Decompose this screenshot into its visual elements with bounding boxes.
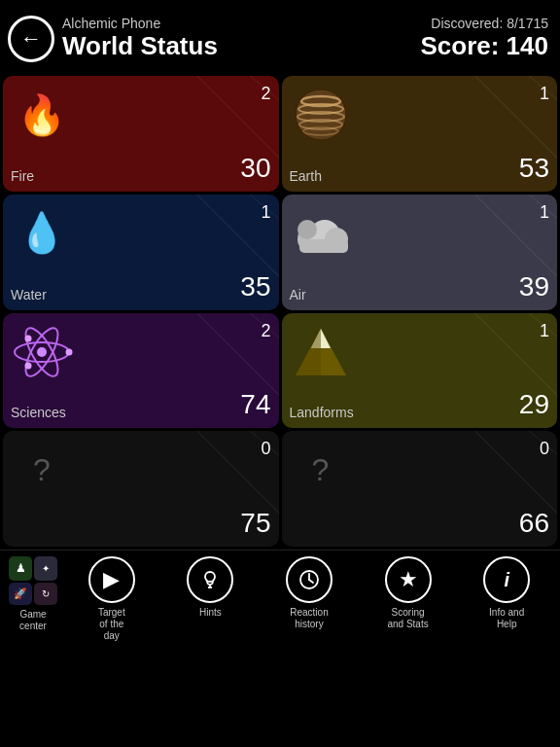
water-bottom-num: 35 <box>240 271 270 302</box>
cell-unknown-2[interactable]: ? 0 66 <box>282 431 558 547</box>
air-icon <box>290 202 352 265</box>
water-label: Water <box>11 287 47 302</box>
unknown-1-top-num: 0 <box>261 439 270 459</box>
cell-landforms[interactable]: 1 Landforms 29 <box>282 313 558 429</box>
svg-point-16 <box>66 348 73 355</box>
header-right: Discovered: 8/1715 Score: 140 <box>420 16 548 61</box>
info-label: Info andHelp <box>489 607 524 630</box>
svg-point-18 <box>25 362 32 369</box>
toolbar-reaction-history[interactable]: Reactionhistory <box>260 556 359 630</box>
toolbar-game-center[interactable]: ♟ ✦ 🚀 ↻ Gamecenter <box>4 556 62 632</box>
cell-air[interactable]: 1 Air 39 <box>282 195 558 310</box>
svg-rect-10 <box>299 239 348 253</box>
cell-fire[interactable]: 🔥 2 Fire 30 <box>3 76 279 192</box>
toolbar-target[interactable]: ▶ Targetof theday <box>62 556 161 642</box>
toolbar-info[interactable]: i Info andHelp <box>457 556 556 630</box>
back-button[interactable]: ← <box>8 16 54 62</box>
unknown-1-icon: ? <box>11 439 73 501</box>
scoring-label: Scoringand Stats <box>387 607 428 630</box>
air-label: Air <box>290 287 306 302</box>
unknown-2-bottom-num: 66 <box>519 508 549 539</box>
unknown-2-icon: ? <box>290 439 352 501</box>
landforms-bottom-num: 29 <box>519 389 549 420</box>
sciences-icon <box>11 321 73 383</box>
air-bottom-num: 39 <box>519 271 549 302</box>
title-group: Alchemic Phone World Status <box>62 16 218 61</box>
games-grid-icon: ♟ ✦ 🚀 ↻ <box>9 556 57 605</box>
svg-point-17 <box>25 335 32 341</box>
score: Score: 140 <box>420 31 548 61</box>
reaction-history-icon <box>286 556 332 603</box>
cell-unknown-1[interactable]: ? 0 75 <box>3 431 279 547</box>
sciences-label: Sciences <box>11 405 66 420</box>
toolbar: ♟ ✦ 🚀 ↻ Gamecenter ▶ Targetof theday Hin… <box>0 550 560 637</box>
hints-icon <box>187 556 233 603</box>
svg-line-27 <box>309 580 313 583</box>
toolbar-hints[interactable]: Hints <box>161 556 261 619</box>
scoring-icon: ★ <box>385 556 432 603</box>
water-top-num: 1 <box>261 202 270 223</box>
water-icon: 💧 <box>11 202 73 265</box>
earth-bottom-num: 53 <box>519 153 549 184</box>
discovered-count: Discovered: 8/1715 <box>420 16 548 31</box>
app-name: Alchemic Phone <box>62 16 218 31</box>
landforms-label: Landforms <box>290 405 354 420</box>
cell-sciences[interactable]: 2 Sciences 74 <box>3 313 279 429</box>
unknown-2-top-num: 0 <box>540 439 549 459</box>
cell-water[interactable]: 💧 1 Water 35 <box>3 195 279 310</box>
game-center-label: Gamecenter <box>19 609 47 632</box>
svg-point-12 <box>37 347 47 357</box>
air-top-num: 1 <box>540 202 549 223</box>
header: ← Alchemic Phone World Status Discovered… <box>0 0 560 73</box>
svg-point-11 <box>298 220 317 239</box>
unknown-1-bottom-num: 75 <box>240 508 270 539</box>
hints-label: Hints <box>199 607 222 619</box>
earth-label: Earth <box>290 168 322 184</box>
header-left: ← Alchemic Phone World Status <box>8 16 218 62</box>
landforms-icon <box>290 321 352 383</box>
toolbar-scoring[interactable]: ★ Scoringand Stats <box>359 556 458 630</box>
cell-earth[interactable]: 1 Earth 53 <box>282 76 558 192</box>
target-icon: ▶ <box>88 556 135 603</box>
landforms-top-num: 1 <box>540 321 549 341</box>
reaction-history-label: Reactionhistory <box>290 607 328 630</box>
element-grid: 🔥 2 Fire 30 1 Earth 53 💧 1 Water 35 <box>0 73 560 550</box>
fire-label: Fire <box>11 168 34 184</box>
sciences-top-num: 2 <box>261 321 270 341</box>
sciences-bottom-num: 74 <box>240 389 270 420</box>
earth-top-num: 1 <box>540 84 549 104</box>
fire-top-num: 2 <box>261 84 270 104</box>
svg-point-22 <box>205 572 215 582</box>
info-icon: i <box>483 556 530 603</box>
fire-bottom-num: 30 <box>240 153 270 184</box>
fire-icon: 🔥 <box>11 84 73 146</box>
earth-icon <box>290 84 352 146</box>
target-label: Targetof theday <box>98 607 125 642</box>
page-title: World Status <box>62 31 218 61</box>
